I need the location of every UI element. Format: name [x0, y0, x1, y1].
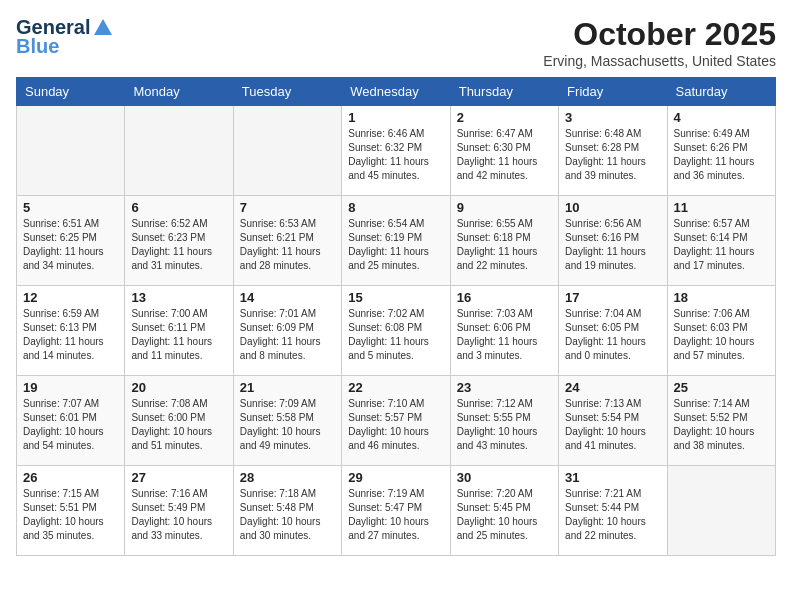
day-info: Sunrise: 6:47 AM Sunset: 6:30 PM Dayligh…	[457, 127, 552, 183]
day-number: 31	[565, 470, 660, 485]
day-info: Sunrise: 6:49 AM Sunset: 6:26 PM Dayligh…	[674, 127, 769, 183]
day-info: Sunrise: 7:12 AM Sunset: 5:55 PM Dayligh…	[457, 397, 552, 453]
day-cell: 31Sunrise: 7:21 AM Sunset: 5:44 PM Dayli…	[559, 466, 667, 556]
day-info: Sunrise: 7:03 AM Sunset: 6:06 PM Dayligh…	[457, 307, 552, 363]
day-info: Sunrise: 7:15 AM Sunset: 5:51 PM Dayligh…	[23, 487, 118, 543]
day-number: 10	[565, 200, 660, 215]
day-info: Sunrise: 7:16 AM Sunset: 5:49 PM Dayligh…	[131, 487, 226, 543]
day-cell: 25Sunrise: 7:14 AM Sunset: 5:52 PM Dayli…	[667, 376, 775, 466]
day-info: Sunrise: 6:46 AM Sunset: 6:32 PM Dayligh…	[348, 127, 443, 183]
day-cell	[17, 106, 125, 196]
day-number: 19	[23, 380, 118, 395]
day-info: Sunrise: 7:13 AM Sunset: 5:54 PM Dayligh…	[565, 397, 660, 453]
day-cell: 27Sunrise: 7:16 AM Sunset: 5:49 PM Dayli…	[125, 466, 233, 556]
day-number: 21	[240, 380, 335, 395]
day-cell: 4Sunrise: 6:49 AM Sunset: 6:26 PM Daylig…	[667, 106, 775, 196]
day-cell: 30Sunrise: 7:20 AM Sunset: 5:45 PM Dayli…	[450, 466, 558, 556]
day-number: 22	[348, 380, 443, 395]
day-number: 29	[348, 470, 443, 485]
day-info: Sunrise: 7:09 AM Sunset: 5:58 PM Dayligh…	[240, 397, 335, 453]
day-info: Sunrise: 6:56 AM Sunset: 6:16 PM Dayligh…	[565, 217, 660, 273]
day-info: Sunrise: 6:51 AM Sunset: 6:25 PM Dayligh…	[23, 217, 118, 273]
day-cell: 6Sunrise: 6:52 AM Sunset: 6:23 PM Daylig…	[125, 196, 233, 286]
calendar-table: SundayMondayTuesdayWednesdayThursdayFrid…	[16, 77, 776, 556]
day-cell: 28Sunrise: 7:18 AM Sunset: 5:48 PM Dayli…	[233, 466, 341, 556]
weekday-monday: Monday	[125, 78, 233, 106]
weekday-wednesday: Wednesday	[342, 78, 450, 106]
weekday-tuesday: Tuesday	[233, 78, 341, 106]
weekday-saturday: Saturday	[667, 78, 775, 106]
day-cell: 13Sunrise: 7:00 AM Sunset: 6:11 PM Dayli…	[125, 286, 233, 376]
day-cell: 16Sunrise: 7:03 AM Sunset: 6:06 PM Dayli…	[450, 286, 558, 376]
day-number: 9	[457, 200, 552, 215]
day-info: Sunrise: 6:53 AM Sunset: 6:21 PM Dayligh…	[240, 217, 335, 273]
day-info: Sunrise: 6:52 AM Sunset: 6:23 PM Dayligh…	[131, 217, 226, 273]
day-number: 1	[348, 110, 443, 125]
day-info: Sunrise: 6:57 AM Sunset: 6:14 PM Dayligh…	[674, 217, 769, 273]
day-info: Sunrise: 7:21 AM Sunset: 5:44 PM Dayligh…	[565, 487, 660, 543]
weekday-thursday: Thursday	[450, 78, 558, 106]
day-number: 2	[457, 110, 552, 125]
weekday-header-row: SundayMondayTuesdayWednesdayThursdayFrid…	[17, 78, 776, 106]
logo-blue: Blue	[16, 35, 59, 58]
day-number: 7	[240, 200, 335, 215]
day-number: 24	[565, 380, 660, 395]
day-number: 27	[131, 470, 226, 485]
day-number: 16	[457, 290, 552, 305]
day-cell: 22Sunrise: 7:10 AM Sunset: 5:57 PM Dayli…	[342, 376, 450, 466]
week-row-4: 19Sunrise: 7:07 AM Sunset: 6:01 PM Dayli…	[17, 376, 776, 466]
day-cell: 18Sunrise: 7:06 AM Sunset: 6:03 PM Dayli…	[667, 286, 775, 376]
day-info: Sunrise: 6:48 AM Sunset: 6:28 PM Dayligh…	[565, 127, 660, 183]
logo: General Blue	[16, 16, 114, 58]
day-cell: 2Sunrise: 6:47 AM Sunset: 6:30 PM Daylig…	[450, 106, 558, 196]
page-header: General Blue October 2025 Erving, Massac…	[16, 16, 776, 69]
day-cell: 20Sunrise: 7:08 AM Sunset: 6:00 PM Dayli…	[125, 376, 233, 466]
day-cell: 14Sunrise: 7:01 AM Sunset: 6:09 PM Dayli…	[233, 286, 341, 376]
weekday-friday: Friday	[559, 78, 667, 106]
logo-icon	[92, 17, 114, 39]
month-title: October 2025	[543, 16, 776, 53]
day-number: 28	[240, 470, 335, 485]
day-cell: 8Sunrise: 6:54 AM Sunset: 6:19 PM Daylig…	[342, 196, 450, 286]
weekday-sunday: Sunday	[17, 78, 125, 106]
day-cell: 24Sunrise: 7:13 AM Sunset: 5:54 PM Dayli…	[559, 376, 667, 466]
day-info: Sunrise: 7:19 AM Sunset: 5:47 PM Dayligh…	[348, 487, 443, 543]
day-number: 15	[348, 290, 443, 305]
day-info: Sunrise: 6:55 AM Sunset: 6:18 PM Dayligh…	[457, 217, 552, 273]
day-info: Sunrise: 6:54 AM Sunset: 6:19 PM Dayligh…	[348, 217, 443, 273]
day-number: 6	[131, 200, 226, 215]
day-cell: 1Sunrise: 6:46 AM Sunset: 6:32 PM Daylig…	[342, 106, 450, 196]
week-row-5: 26Sunrise: 7:15 AM Sunset: 5:51 PM Dayli…	[17, 466, 776, 556]
day-number: 3	[565, 110, 660, 125]
day-cell	[125, 106, 233, 196]
day-number: 13	[131, 290, 226, 305]
day-number: 8	[348, 200, 443, 215]
day-info: Sunrise: 7:18 AM Sunset: 5:48 PM Dayligh…	[240, 487, 335, 543]
day-number: 23	[457, 380, 552, 395]
day-cell: 23Sunrise: 7:12 AM Sunset: 5:55 PM Dayli…	[450, 376, 558, 466]
day-info: Sunrise: 6:59 AM Sunset: 6:13 PM Dayligh…	[23, 307, 118, 363]
day-number: 17	[565, 290, 660, 305]
day-number: 11	[674, 200, 769, 215]
location: Erving, Massachusetts, United States	[543, 53, 776, 69]
day-number: 4	[674, 110, 769, 125]
day-cell	[667, 466, 775, 556]
day-cell	[233, 106, 341, 196]
day-number: 12	[23, 290, 118, 305]
day-cell: 10Sunrise: 6:56 AM Sunset: 6:16 PM Dayli…	[559, 196, 667, 286]
title-block: October 2025 Erving, Massachusetts, Unit…	[543, 16, 776, 69]
day-cell: 7Sunrise: 6:53 AM Sunset: 6:21 PM Daylig…	[233, 196, 341, 286]
day-cell: 9Sunrise: 6:55 AM Sunset: 6:18 PM Daylig…	[450, 196, 558, 286]
day-number: 26	[23, 470, 118, 485]
day-info: Sunrise: 7:14 AM Sunset: 5:52 PM Dayligh…	[674, 397, 769, 453]
day-cell: 29Sunrise: 7:19 AM Sunset: 5:47 PM Dayli…	[342, 466, 450, 556]
day-cell: 5Sunrise: 6:51 AM Sunset: 6:25 PM Daylig…	[17, 196, 125, 286]
day-info: Sunrise: 7:02 AM Sunset: 6:08 PM Dayligh…	[348, 307, 443, 363]
week-row-1: 1Sunrise: 6:46 AM Sunset: 6:32 PM Daylig…	[17, 106, 776, 196]
day-cell: 21Sunrise: 7:09 AM Sunset: 5:58 PM Dayli…	[233, 376, 341, 466]
day-number: 14	[240, 290, 335, 305]
svg-marker-0	[94, 19, 112, 35]
day-cell: 19Sunrise: 7:07 AM Sunset: 6:01 PM Dayli…	[17, 376, 125, 466]
day-info: Sunrise: 7:06 AM Sunset: 6:03 PM Dayligh…	[674, 307, 769, 363]
day-info: Sunrise: 7:01 AM Sunset: 6:09 PM Dayligh…	[240, 307, 335, 363]
